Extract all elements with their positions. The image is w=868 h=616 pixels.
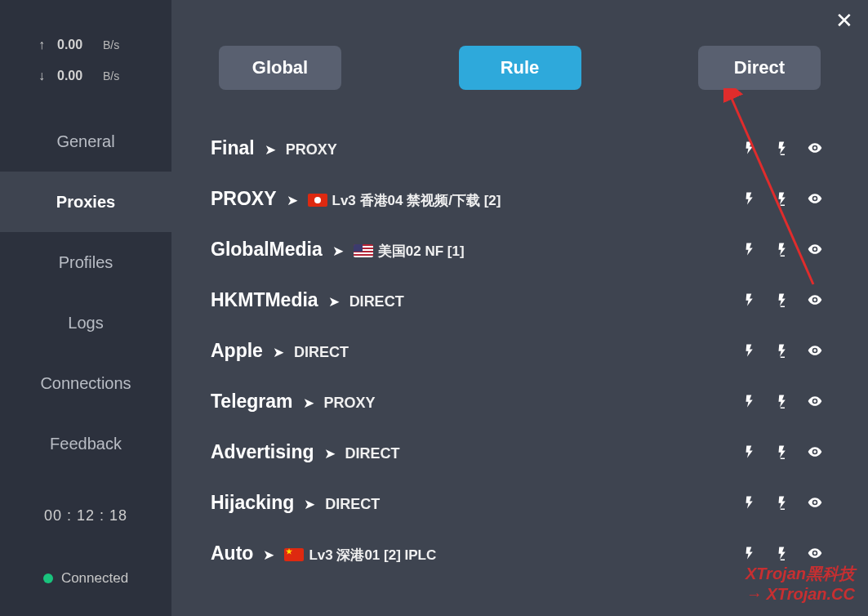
watermark-line2: → XTrojan.CC bbox=[746, 584, 855, 605]
visibility-icon[interactable] bbox=[806, 392, 824, 410]
svg-rect-4 bbox=[781, 357, 785, 359]
visibility-icon[interactable] bbox=[806, 291, 824, 309]
sidebar-item-logs[interactable]: Logs bbox=[0, 292, 171, 353]
sidebar-item-label: Connections bbox=[40, 374, 131, 393]
chevron-right-icon: ➤ bbox=[273, 344, 284, 361]
visibility-icon[interactable] bbox=[806, 544, 824, 562]
visibility-icon[interactable] bbox=[806, 240, 824, 258]
sidebar-footer: 00 : 12 : 18 Connected bbox=[0, 483, 171, 616]
sidebar-item-connections[interactable]: Connections bbox=[0, 353, 171, 413]
proxy-group-row[interactable]: Advertising➤DIRECT bbox=[207, 426, 832, 477]
proxy-group-target: PROXY bbox=[286, 141, 337, 158]
proxy-group-row[interactable]: Hijacking➤DIRECT bbox=[207, 477, 832, 528]
speed-test-all-icon[interactable] bbox=[773, 341, 791, 359]
flag-us-icon bbox=[354, 244, 373, 257]
proxy-target-text: Lv3 深港01 [2] IPLC bbox=[309, 547, 436, 563]
proxy-group-name: HKMTMedia bbox=[211, 289, 318, 311]
mode-bar: Global Rule Direct bbox=[171, 0, 868, 90]
main-panel: ✕ Global Rule Direct Final➤PROXYPROXY➤Lv… bbox=[171, 0, 868, 616]
proxy-target-text: DIRECT bbox=[349, 293, 404, 310]
speed-test-all-icon[interactable] bbox=[773, 139, 791, 157]
proxy-group-row[interactable]: Final➤PROXY bbox=[207, 123, 832, 173]
proxy-group-target: Lv3 深港01 [2] IPLC bbox=[284, 546, 436, 565]
sidebar-item-feedback[interactable]: Feedback bbox=[0, 413, 171, 474]
mode-label: Direct bbox=[734, 57, 785, 78]
speed-test-all-icon[interactable] bbox=[773, 443, 791, 461]
proxy-row-actions bbox=[741, 139, 829, 157]
svg-rect-2 bbox=[781, 256, 785, 257]
svg-rect-5 bbox=[781, 408, 785, 409]
proxy-group-target: DIRECT bbox=[325, 496, 380, 513]
upload-arrow-icon: ↑ bbox=[38, 38, 46, 52]
visibility-icon[interactable] bbox=[806, 443, 824, 461]
proxy-group-name: Hijacking bbox=[211, 492, 294, 514]
proxy-group-row[interactable]: GlobalMedia➤美国02 NF [1] bbox=[207, 224, 832, 275]
proxy-group-name: PROXY bbox=[211, 188, 277, 210]
mode-rule-button[interactable]: Rule bbox=[459, 46, 581, 90]
proxy-group-row[interactable]: Telegram➤PROXY bbox=[207, 376, 832, 426]
visibility-icon[interactable] bbox=[806, 190, 824, 208]
sidebar-item-general[interactable]: General bbox=[0, 111, 171, 172]
sidebar-item-proxies[interactable]: Proxies bbox=[0, 172, 171, 232]
download-arrow-icon: ↓ bbox=[38, 69, 46, 83]
mode-direct-button[interactable]: Direct bbox=[698, 46, 821, 90]
proxy-row-actions bbox=[741, 240, 829, 258]
proxy-group-name: Final bbox=[211, 137, 255, 159]
proxy-group-name: Advertising bbox=[211, 441, 314, 463]
proxy-group-row[interactable]: Apple➤DIRECT bbox=[207, 325, 832, 376]
speed-test-all-icon[interactable] bbox=[773, 291, 791, 309]
proxy-row-actions bbox=[741, 291, 829, 309]
proxy-row-actions bbox=[741, 392, 829, 410]
sidebar-item-profiles[interactable]: Profiles bbox=[0, 232, 171, 292]
speed-test-all-icon[interactable] bbox=[773, 493, 791, 511]
svg-rect-8 bbox=[781, 560, 785, 561]
connection-status: Connected bbox=[0, 570, 171, 587]
mode-global-button[interactable]: Global bbox=[219, 46, 341, 90]
proxy-group-name: GlobalMedia bbox=[211, 239, 323, 261]
speed-test-icon[interactable] bbox=[741, 291, 759, 309]
speed-test-icon[interactable] bbox=[741, 443, 759, 461]
speed-test-icon[interactable] bbox=[741, 139, 759, 157]
flag-hk-icon bbox=[308, 194, 327, 207]
close-button[interactable]: ✕ bbox=[835, 8, 853, 33]
svg-rect-1 bbox=[781, 205, 785, 207]
proxy-target-text: DIRECT bbox=[294, 344, 349, 360]
proxy-group-title: GlobalMedia➤美国02 NF [1] bbox=[211, 239, 741, 261]
proxy-group-row[interactable]: HKMTMedia➤DIRECT bbox=[207, 275, 832, 325]
visibility-icon[interactable] bbox=[806, 493, 824, 511]
proxy-target-text: DIRECT bbox=[345, 445, 400, 462]
download-speed-value: 0.00 bbox=[57, 69, 91, 83]
proxy-target-text: PROXY bbox=[286, 141, 337, 158]
speed-upload-row: ↑ 0.00 B/s bbox=[0, 29, 171, 60]
chevron-right-icon: ➤ bbox=[265, 141, 276, 158]
visibility-icon[interactable] bbox=[806, 139, 824, 157]
status-text: Connected bbox=[61, 570, 128, 587]
speed-test-icon[interactable] bbox=[741, 493, 759, 511]
proxy-group-target: Lv3 香港04 禁视频/下载 [2] bbox=[308, 191, 501, 210]
visibility-icon[interactable] bbox=[806, 341, 824, 359]
proxy-row-actions bbox=[741, 544, 829, 562]
proxy-group-row[interactable]: Auto➤Lv3 深港01 [2] IPLC bbox=[207, 528, 832, 578]
speed-download-row: ↓ 0.00 B/s bbox=[0, 60, 171, 92]
upload-speed-value: 0.00 bbox=[57, 38, 91, 52]
proxy-group-row[interactable]: PROXY➤Lv3 香港04 禁视频/下载 [2] bbox=[207, 173, 832, 224]
speed-test-icon[interactable] bbox=[741, 341, 759, 359]
speed-test-all-icon[interactable] bbox=[773, 392, 791, 410]
svg-rect-6 bbox=[781, 458, 785, 460]
speed-test-icon[interactable] bbox=[741, 240, 759, 258]
speed-test-icon[interactable] bbox=[741, 190, 759, 208]
app-window: ↑ 0.00 B/s ↓ 0.00 B/s General Proxies Pr… bbox=[0, 0, 868, 616]
speed-test-icon[interactable] bbox=[741, 544, 759, 562]
speed-test-all-icon[interactable] bbox=[773, 190, 791, 208]
proxy-target-text: 美国02 NF [1] bbox=[378, 243, 465, 259]
proxy-group-title: Telegram➤PROXY bbox=[211, 391, 741, 413]
speed-test-icon[interactable] bbox=[741, 392, 759, 410]
status-dot-icon bbox=[43, 574, 53, 583]
proxy-group-target: DIRECT bbox=[345, 445, 400, 462]
chevron-right-icon: ➤ bbox=[263, 547, 274, 564]
proxy-target-text: Lv3 香港04 禁视频/下载 [2] bbox=[332, 193, 501, 208]
speed-test-all-icon[interactable] bbox=[773, 544, 791, 562]
proxy-group-name: Auto bbox=[211, 542, 253, 565]
speed-test-all-icon[interactable] bbox=[773, 240, 791, 258]
sidebar: ↑ 0.00 B/s ↓ 0.00 B/s General Proxies Pr… bbox=[0, 0, 171, 616]
